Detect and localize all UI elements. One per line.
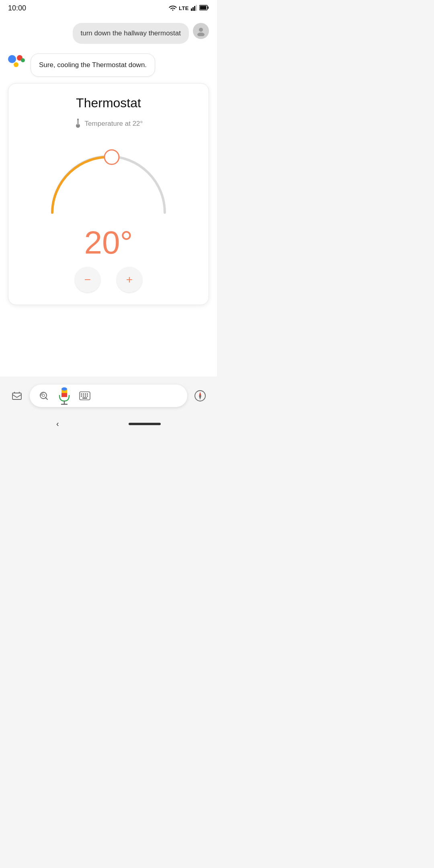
inbox-button[interactable]	[8, 387, 26, 405]
controls-row: − +	[16, 267, 201, 293]
svg-rect-25	[83, 393, 84, 395]
thermostat-title: Thermostat	[16, 96, 201, 111]
dot-yellow	[14, 62, 18, 67]
bottom-area: ‹	[0, 377, 217, 436]
svg-rect-26	[85, 393, 86, 395]
svg-rect-24	[81, 393, 82, 395]
status-icons: LTE	[169, 4, 209, 12]
svg-rect-31	[87, 395, 88, 397]
svg-rect-22	[61, 387, 67, 391]
svg-point-15	[42, 394, 45, 397]
svg-rect-3	[196, 5, 197, 11]
svg-rect-13	[12, 393, 21, 399]
status-bar: 10:00 LTE	[0, 0, 217, 15]
decrease-button[interactable]: −	[75, 267, 100, 293]
svg-point-7	[199, 28, 203, 32]
signal-icon	[191, 4, 197, 12]
temperature-label-row: Temperature at 22°	[16, 118, 201, 130]
svg-rect-27	[87, 393, 88, 395]
nav-bar: ‹	[0, 415, 217, 432]
keyboard-button[interactable]	[78, 389, 92, 403]
svg-point-8	[197, 33, 205, 36]
battery-icon	[199, 5, 209, 12]
wifi-icon	[169, 4, 177, 12]
increase-button[interactable]: +	[117, 267, 142, 293]
user-message-text: turn down the hallway thermostat	[81, 29, 181, 37]
svg-rect-2	[194, 6, 195, 11]
input-bar-container	[0, 385, 217, 407]
svg-rect-6	[200, 6, 207, 9]
svg-rect-28	[81, 395, 82, 397]
back-button[interactable]: ‹	[56, 419, 59, 428]
home-pill[interactable]	[129, 423, 161, 425]
status-time: 10:00	[8, 4, 26, 12]
lens-button[interactable]	[37, 389, 51, 403]
main-content: turn down the hallway thermostat Sure, c…	[0, 15, 217, 377]
dot-green	[21, 58, 25, 62]
svg-rect-29	[83, 395, 84, 397]
user-message-row: turn down the hallway thermostat	[8, 23, 209, 44]
svg-rect-18	[61, 395, 67, 397]
assistant-message-text: Sure, cooling the Thermostat down.	[39, 61, 147, 69]
assistant-bubble: Sure, cooling the Thermostat down.	[31, 53, 155, 77]
google-assistant-icon	[8, 55, 26, 73]
compass-button[interactable]	[191, 387, 209, 405]
input-pill	[30, 385, 187, 407]
temperature-value: 20°	[16, 227, 201, 259]
svg-rect-11	[78, 120, 78, 125]
thermometer-icon	[74, 118, 82, 130]
microphone-button[interactable]	[57, 387, 72, 405]
lte-label: LTE	[179, 5, 189, 11]
thermostat-card: Thermostat Temperature at 22°	[8, 83, 209, 305]
user-avatar	[193, 23, 209, 39]
svg-rect-30	[85, 395, 86, 397]
svg-rect-0	[191, 8, 192, 11]
temperature-label: Temperature at 22°	[85, 120, 143, 128]
dial-svg	[40, 138, 177, 219]
svg-rect-32	[82, 397, 87, 399]
thermostat-dial	[40, 138, 177, 219]
svg-rect-1	[192, 7, 194, 11]
assistant-row: Sure, cooling the Thermostat down.	[8, 53, 209, 77]
user-bubble: turn down the hallway thermostat	[73, 23, 189, 44]
svg-point-12	[104, 150, 119, 164]
svg-point-36	[199, 395, 201, 397]
dot-blue	[8, 55, 16, 63]
svg-rect-5	[208, 6, 209, 9]
